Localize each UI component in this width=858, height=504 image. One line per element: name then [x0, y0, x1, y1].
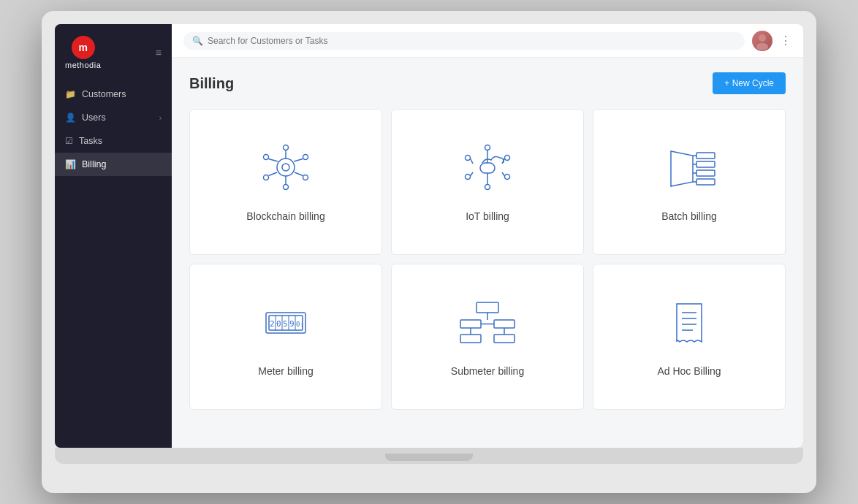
svg-text:0: 0: [276, 319, 281, 329]
svg-line-26: [471, 172, 474, 176]
svg-text:2: 2: [270, 319, 275, 329]
svg-point-23: [485, 185, 490, 190]
svg-rect-30: [696, 161, 715, 167]
svg-point-2: [277, 159, 295, 176]
sidebar-item-label: Users: [82, 112, 106, 123]
svg-point-0: [759, 34, 766, 42]
sidebar-item-customers[interactable]: 📁 Customers: [55, 83, 172, 106]
svg-text:0₁: 0₁: [296, 321, 304, 328]
search-input[interactable]: [208, 36, 736, 46]
svg-point-12: [264, 175, 269, 180]
svg-point-10: [284, 185, 289, 190]
svg-marker-33: [671, 151, 693, 186]
submeter-icon: [455, 297, 520, 351]
topbar: 🔍 ⋮: [172, 24, 803, 58]
logo-wrapper: m methodia: [65, 36, 101, 69]
svg-rect-49: [477, 302, 498, 313]
blockchain-icon: [253, 142, 319, 196]
svg-line-22: [502, 172, 505, 176]
svg-point-21: [505, 175, 510, 180]
svg-rect-57: [494, 335, 515, 343]
svg-text:5: 5: [283, 319, 288, 329]
adhoc-icon: [656, 297, 722, 351]
billing-card-blockchain[interactable]: Blockchain billing: [189, 109, 382, 255]
sidebar-nav: 📁 Customers 👤 Users › ☑ Tasks 📊 Billing: [55, 77, 172, 182]
chevron-right-icon: ›: [159, 114, 162, 122]
billing-card-adhoc[interactable]: Ad Hoc Billing: [593, 264, 786, 410]
sidebar: m methodia ≡ 📁 Customers 👤 Users › ☑ Tas…: [55, 24, 172, 448]
sidebar-item-users[interactable]: 👤 Users ›: [55, 106, 172, 129]
svg-point-4: [284, 145, 289, 150]
svg-line-7: [294, 159, 303, 162]
svg-rect-51: [460, 320, 481, 328]
main-content: 🔍 ⋮ Billing + New Cycl: [172, 24, 803, 448]
topbar-right: ⋮: [752, 31, 791, 51]
billing-card-meter[interactable]: 2 0 5 9 0₁ Meter billing: [189, 264, 382, 410]
svg-rect-31: [696, 170, 715, 176]
sidebar-item-label: Tasks: [79, 136, 102, 146]
svg-line-28: [471, 159, 474, 164]
iot-icon: [455, 142, 520, 196]
laptop-frame: m methodia ≡ 📁 Customers 👤 Users › ☑ Tas…: [42, 11, 816, 493]
svg-point-19: [505, 156, 510, 161]
search-icon: 🔍: [192, 36, 203, 46]
page-title: Billing: [189, 75, 234, 92]
content-header: Billing + New Cycle: [189, 72, 786, 94]
svg-rect-52: [494, 320, 515, 328]
adhoc-label: Ad Hoc Billing: [657, 365, 721, 377]
check-icon: ☑: [65, 136, 73, 146]
sidebar-item-label: Customers: [82, 89, 126, 99]
svg-point-27: [466, 156, 471, 161]
svg-point-25: [466, 175, 471, 180]
billing-card-iot[interactable]: IoT billing: [391, 109, 584, 255]
chart-icon: 📊: [65, 159, 76, 169]
laptop-screen: m methodia ≡ 📁 Customers 👤 Users › ☑ Tas…: [55, 24, 803, 448]
search-wrapper[interactable]: 🔍: [183, 32, 745, 50]
svg-rect-29: [696, 153, 715, 159]
batch-label: Batch billing: [661, 210, 717, 222]
meter-label: Meter billing: [258, 365, 313, 377]
submeter-label: Submeter billing: [451, 365, 524, 377]
svg-point-6: [303, 155, 308, 160]
svg-point-17: [485, 145, 490, 150]
hamburger-menu[interactable]: ≡: [156, 47, 162, 58]
logo-icon: m: [72, 36, 95, 59]
svg-rect-16: [480, 163, 495, 173]
new-cycle-button[interactable]: + New Cycle: [713, 72, 786, 94]
folder-icon: 📁: [65, 89, 76, 99]
options-menu-icon[interactable]: ⋮: [780, 34, 791, 47]
meter-icon: 2 0 5 9 0₁: [253, 297, 319, 351]
sidebar-header: m methodia ≡: [55, 24, 172, 77]
svg-line-9: [295, 172, 303, 176]
iot-label: IoT billing: [466, 210, 509, 222]
sidebar-item-billing[interactable]: 📊 Billing: [55, 153, 172, 176]
svg-point-1: [756, 43, 768, 50]
svg-line-13: [269, 172, 278, 176]
content-area: Billing + New Cycle: [172, 58, 803, 448]
svg-point-8: [303, 175, 308, 180]
avatar[interactable]: [752, 31, 772, 51]
sidebar-item-tasks[interactable]: ☑ Tasks: [55, 129, 172, 153]
svg-text:9: 9: [289, 319, 295, 329]
svg-point-3: [282, 164, 289, 171]
svg-point-14: [264, 155, 269, 160]
svg-rect-32: [696, 179, 715, 185]
billing-card-submeter[interactable]: Submeter billing: [391, 264, 584, 410]
logo-text: methodia: [65, 61, 101, 69]
svg-rect-56: [460, 335, 481, 343]
billing-grid: Blockchain billing: [189, 109, 786, 410]
blockchain-label: Blockchain billing: [246, 210, 324, 222]
sidebar-item-label: Billing: [82, 159, 106, 169]
batch-icon: [656, 142, 722, 196]
user-icon: 👤: [65, 112, 76, 123]
billing-card-batch[interactable]: Batch billing: [593, 109, 786, 255]
svg-line-15: [269, 159, 278, 162]
